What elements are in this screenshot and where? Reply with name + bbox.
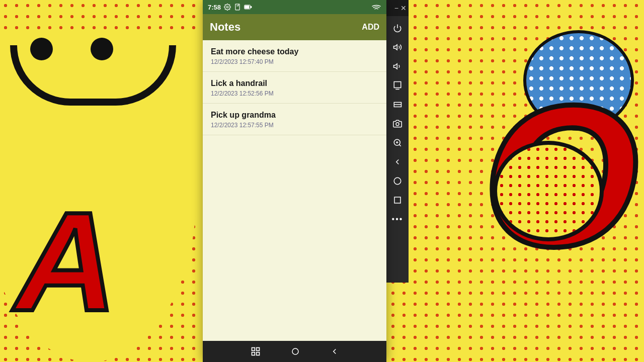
back-soft-button[interactable] — [330, 347, 339, 356]
app-title: Notes — [210, 21, 240, 34]
svg-point-5 — [396, 123, 399, 126]
bottom-nav-bar — [203, 341, 386, 362]
svg-rect-17 — [252, 348, 255, 351]
close-button[interactable]: ✕ — [400, 5, 407, 12]
note-item-0[interactable]: Eat more cheese today 12/2/2023 12:57:40… — [203, 40, 386, 72]
svg-rect-18 — [256, 348, 259, 351]
volume-up-button[interactable] — [388, 38, 407, 56]
svg-point-21 — [292, 348, 298, 354]
phone-app-panel: 7:58 Notes ADD — [203, 0, 386, 362]
screen-rotate-button[interactable] — [388, 76, 407, 95]
note-title-1: Lick a handrail — [211, 79, 378, 88]
note-date-1: 12/2/2023 12:52:56 PM — [211, 90, 378, 97]
svg-rect-13 — [235, 4, 239, 10]
letter-a-graphic: A — [15, 191, 117, 332]
note-date-2: 12/2/2023 12:57:55 PM — [211, 122, 378, 129]
side-controls-panel: ••• — [386, 16, 409, 283]
left-character: A — [0, 0, 206, 362]
recents-nav-button[interactable] — [388, 191, 407, 209]
back-nav-button[interactable] — [388, 153, 407, 171]
svg-marker-1 — [394, 45, 397, 50]
svg-point-12 — [226, 6, 228, 8]
note-title-2: Pick up grandma — [211, 111, 378, 120]
svg-rect-11 — [394, 197, 400, 203]
minimize-button[interactable]: − — [394, 5, 398, 12]
add-note-button[interactable]: ADD — [362, 23, 379, 32]
svg-rect-19 — [256, 352, 259, 355]
battery-status-icon — [244, 4, 252, 10]
svg-point-10 — [394, 177, 401, 185]
erase-button[interactable] — [388, 96, 407, 114]
wifi-signal-icon — [371, 4, 381, 11]
o-inner-dots — [497, 145, 600, 237]
svg-rect-20 — [252, 352, 255, 355]
notes-list: Eat more cheese today 12/2/2023 12:57:40… — [203, 40, 386, 341]
settings-status-icon — [224, 4, 231, 11]
status-right — [371, 4, 381, 11]
note-item-1[interactable]: Lick a handrail 12/2/2023 12:52:56 PM — [203, 72, 386, 104]
power-button[interactable] — [388, 19, 407, 37]
note-item-2[interactable]: Pick up grandma 12/2/2023 12:57:55 PM — [203, 104, 386, 135]
svg-rect-15 — [251, 6, 252, 8]
svg-line-7 — [399, 144, 400, 146]
more-options-button[interactable]: ••• — [388, 210, 407, 228]
home-nav-button[interactable] — [388, 172, 407, 190]
o-inner-oval — [493, 141, 604, 241]
svg-rect-16 — [245, 6, 249, 9]
grid-nav-button[interactable] — [251, 346, 261, 356]
note-title-0: Eat more cheese today — [211, 47, 378, 56]
sim-status-icon — [234, 4, 241, 11]
title-bar: Notes ADD — [203, 14, 386, 40]
right-section: O — [403, 0, 644, 362]
volume-down-button[interactable] — [388, 57, 407, 75]
window-controls: − ✕ — [386, 0, 409, 16]
camera-button[interactable] — [388, 115, 407, 133]
note-date-0: 12/2/2023 12:57:40 PM — [211, 58, 378, 65]
status-left: 7:58 — [208, 4, 252, 11]
status-bar: 7:58 — [203, 0, 386, 14]
zoom-button[interactable] — [388, 134, 407, 152]
svg-marker-2 — [394, 64, 397, 69]
home-soft-button[interactable] — [291, 347, 300, 356]
status-time: 7:58 — [208, 4, 221, 11]
